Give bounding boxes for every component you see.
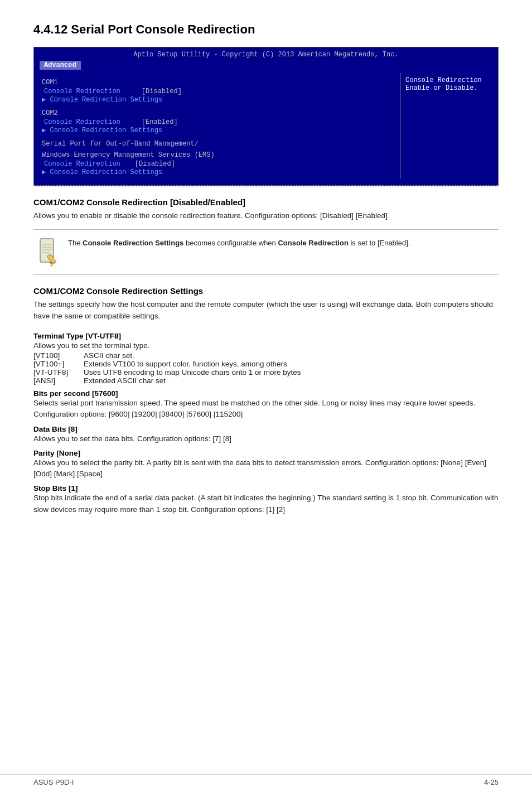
bios-ems-redirection-label: Console Redirection: [44, 160, 120, 168]
bios-help-title: Console Redirection: [405, 76, 494, 84]
settings-item-1: Bits per second [57600]Selects serial po…: [33, 389, 499, 421]
settings-item-title-0: Terminal Type [VT-UTF8]: [33, 332, 499, 340]
option-desc-0-0: ASCII char set.: [84, 351, 134, 360]
bios-ems-line1: Serial Port for Out-of-Band Management/: [42, 140, 393, 148]
note-box: The Console Redirection Settings becomes…: [33, 229, 499, 275]
settings-item-title-4: Stop Bits [1]: [33, 484, 499, 492]
option-row-0-1: [VT100+] Extends VT100 to support color,…: [33, 360, 499, 368]
settings-item-body-3: Allows you to select the parity bit. A p…: [33, 457, 499, 480]
pencil-icon: [36, 238, 58, 267]
footer-right: 4-25: [484, 775, 499, 786]
bios-right-panel: Console Redirection Enable or Disable.: [400, 73, 498, 178]
note-text-post: is set to [Enabled].: [349, 239, 410, 247]
page-footer: ASUS P9D-I 4-25: [0, 774, 532, 786]
svg-marker-7: [50, 265, 52, 267]
settings-item-title-2: Data Bits [8]: [33, 425, 499, 433]
settings-item-4: Stop Bits [1]Stop bits indicate the end …: [33, 484, 499, 515]
option-key-0-0: [VT100]: [33, 351, 84, 360]
settings-item-title-3: Parity [None]: [33, 449, 499, 457]
footer-left: ASUS P9D-I: [33, 775, 74, 786]
bios-com2-redirection-row: Console Redirection [Enabled]: [42, 118, 393, 126]
section1-heading: COM1/COM2 Console Redirection [Disabled/…: [33, 197, 499, 207]
bios-left-panel: COM1 Console Redirection [Disabled] Cons…: [34, 73, 400, 178]
bios-ems-redirection-row: Console Redirection [Disabled]: [42, 160, 393, 168]
bios-com2-settings[interactable]: Console Redirection Settings: [42, 126, 393, 134]
section1-text: Allows you to enable or disable the cons…: [33, 210, 499, 221]
option-desc-0-2: Uses UTF8 encoding to map Unicode chars …: [84, 368, 301, 376]
bios-ems-line2: Windows Emergency Management Services (E…: [42, 151, 393, 159]
settings-item-0: Terminal Type [VT-UTF8]Allows you to set…: [33, 332, 499, 385]
settings-item-body-2: Allows you to set the data bits. Configu…: [33, 433, 499, 445]
bios-com1-redirection-label: Console Redirection: [44, 88, 120, 95]
section2-text: The settings specify how the host comput…: [33, 299, 499, 322]
page-title: 4.4.12 Serial Port Console Redirection: [33, 22, 499, 37]
option-desc-0-3: Extended ASCII char set: [84, 376, 166, 385]
option-row-0-3: [ANSI] Extended ASCII char set: [33, 376, 499, 385]
note-text: The Console Redirection Settings becomes…: [68, 235, 410, 249]
settings-item-body-0: Allows you to set the terminal type.: [33, 340, 499, 351]
option-row-0-0: [VT100] ASCII char set.: [33, 351, 499, 360]
note-bold1: Console Redirection Settings: [83, 239, 183, 247]
bios-tab-advanced[interactable]: Advanced: [40, 61, 81, 70]
bios-com1-redirection-row: Console Redirection [Disabled]: [42, 88, 393, 95]
bios-ems-redirection-value: [Disabled]: [135, 160, 175, 168]
settings-list: Terminal Type [VT-UTF8]Allows you to set…: [33, 332, 499, 515]
option-row-0-2: [VT-UTF8] Uses UTF8 encoding to map Unic…: [33, 368, 499, 376]
bios-screen: Aptio Setup Utility - Copyright (C) 2013…: [33, 47, 499, 186]
settings-item-title-1: Bits per second [57600]: [33, 389, 499, 398]
bios-ems-section: Serial Port for Out-of-Band Management/ …: [42, 140, 393, 176]
bios-ems-settings[interactable]: Console Redirection Settings: [42, 168, 393, 176]
bios-help-text: Enable or Disable.: [405, 84, 494, 92]
option-key-0-2: [VT-UTF8]: [33, 368, 84, 376]
bios-com1-label: COM1: [42, 79, 393, 86]
bios-com2-label: COM2: [42, 109, 393, 117]
bios-tab-bar: Advanced: [34, 60, 498, 70]
section2-heading: COM1/COM2 Console Redirection Settings: [33, 286, 499, 296]
bios-com2-redirection-value: [Enabled]: [142, 118, 178, 126]
settings-item-3: Parity [None]Allows you to select the pa…: [33, 449, 499, 480]
note-icon: [33, 235, 60, 269]
note-text-mid: becomes configurable when: [183, 239, 278, 247]
option-key-0-1: [VT100+]: [33, 360, 84, 368]
option-key-0-3: [ANSI]: [33, 376, 84, 385]
option-desc-0-1: Extends VT100 to support color, function…: [84, 360, 287, 368]
settings-item-2: Data Bits [8]Allows you to set the data …: [33, 425, 499, 445]
bios-com1-settings[interactable]: Console Redirection Settings: [42, 95, 393, 104]
bios-separator: [34, 185, 498, 186]
settings-item-body-4: Stop bits indicate the end of a serial d…: [33, 492, 499, 515]
bios-com2-redirection-label: Console Redirection: [44, 118, 120, 126]
settings-item-body-1: Selects serial port transmission speed. …: [33, 398, 499, 421]
bios-com1-redirection-value: [Disabled]: [142, 88, 182, 95]
note-bold2: Console Redirection: [278, 239, 348, 247]
bios-header: Aptio Setup Utility - Copyright (C) 2013…: [34, 47, 498, 60]
note-text-pre: The: [68, 239, 83, 247]
